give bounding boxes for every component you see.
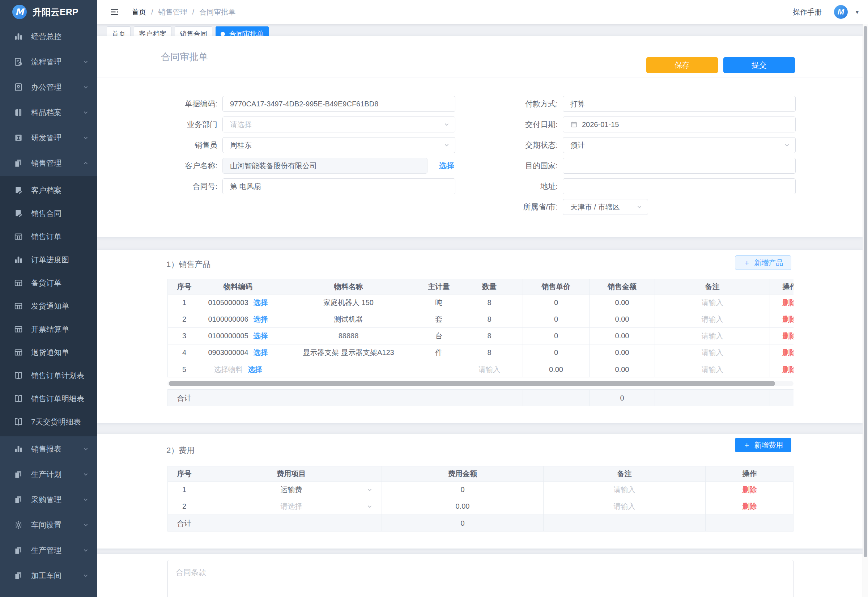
destination-country-field[interactable] — [563, 158, 795, 174]
add-fee-button[interactable]: ＋ 新增费用 — [735, 438, 791, 452]
product-row: 10105000003选择家庭机器人 150吨800.00请输入删除 — [168, 294, 794, 311]
sidebar-item[interactable]: 流程管理 — [0, 49, 97, 74]
sidebar-item[interactable]: 办公管理 — [0, 74, 97, 100]
delete-row-link[interactable]: 删除 — [742, 502, 757, 511]
delete-row-link[interactable]: 删除 — [783, 331, 794, 341]
sidebar-item[interactable]: 订单进度图 — [0, 248, 97, 271]
delete-row-link[interactable]: 删除 — [742, 485, 757, 495]
sidebar-item[interactable]: 发货通知单 — [0, 294, 97, 318]
product-row: 5选择物料选择请输入0.000.00请输入删除 — [168, 361, 794, 377]
products-hscrollbar[interactable] — [167, 381, 794, 386]
remark-cell[interactable]: 请输入 — [655, 361, 770, 377]
delivery-date-field[interactable]: 2026-01-15 — [563, 116, 795, 132]
operation-cell: 删除 — [770, 328, 794, 345]
sidebar-item[interactable]: 备货订单 — [0, 271, 97, 294]
quantity-cell[interactable]: 8 — [456, 311, 523, 328]
delete-row-link[interactable]: 删除 — [783, 315, 794, 324]
app-title: 升阳云ERP — [33, 6, 78, 18]
sidebar-item[interactable]: 研发管理 — [0, 125, 97, 150]
salesperson-select[interactable]: 周桂东 — [222, 137, 455, 153]
sidebar-item[interactable]: 销售订单计划表 — [0, 364, 97, 387]
sidebar-item[interactable]: 经营总控 — [0, 24, 97, 49]
remark-cell[interactable]: 请输入 — [544, 481, 706, 498]
material-code-cell[interactable]: 0100000006选择 — [201, 311, 275, 328]
fee-amount-cell[interactable]: 0.00 — [382, 498, 544, 515]
quantity-cell[interactable]: 请输入 — [456, 361, 523, 377]
add-product-button[interactable]: ＋ 新增产品 — [735, 255, 791, 270]
sidebar-item[interactable]: 采购管理 — [0, 487, 97, 512]
fee-item-select[interactable]: 请选择 — [201, 498, 382, 515]
fee-item-select[interactable]: 运输费 — [201, 481, 382, 498]
sidebar-collapse-icon[interactable] — [109, 6, 120, 17]
row-index: 5 — [168, 361, 201, 377]
contract-terms-panel: 合同条款 — [97, 554, 862, 597]
breadcrumb-home[interactable]: 首页 — [132, 7, 146, 17]
products-hscrollbar-thumb[interactable] — [169, 381, 775, 386]
column-header: 序号 — [168, 279, 201, 294]
save-button[interactable]: 保存 — [646, 57, 718, 73]
choose-customer-link[interactable]: 选择 — [439, 160, 454, 171]
breadcrumb-sales[interactable]: 销售管理 — [158, 7, 187, 17]
contract-no-field[interactable]: 第 电风扇 — [222, 178, 455, 194]
remark-cell[interactable]: 请输入 — [655, 345, 770, 361]
quantity-cell[interactable]: 8 — [456, 328, 523, 345]
material-code-cell[interactable]: 0100000005选择 — [201, 328, 275, 345]
unit-price-cell[interactable]: 0 — [523, 328, 590, 345]
column-header: 销售单价 — [523, 279, 590, 294]
chevron-down-icon[interactable]: ▾ — [856, 9, 859, 16]
unit-price-cell[interactable]: 0 — [523, 345, 590, 361]
sidebar-item[interactable]: 销售订单明细表 — [0, 387, 97, 410]
delete-row-link[interactable]: 删除 — [783, 298, 794, 307]
quantity-cell[interactable]: 8 — [456, 345, 523, 361]
select-material-link[interactable]: 选择 — [253, 315, 268, 324]
address-field[interactable] — [563, 178, 795, 194]
province-city-select[interactable]: 天津市 / 市辖区 — [563, 199, 648, 215]
sidebar-item[interactable]: 销售订单 — [0, 225, 97, 248]
column-header: 序号 — [168, 466, 201, 481]
select-material-link[interactable]: 选择 — [253, 298, 268, 307]
material-code-cell[interactable]: 0105000003选择 — [201, 294, 275, 311]
business-dept-select[interactable]: 请选择 — [222, 116, 455, 132]
delivery-status-select[interactable]: 预计 — [563, 137, 795, 153]
doc-edit-icon — [14, 209, 23, 218]
sidebar-item[interactable]: 生产计划 — [0, 462, 97, 487]
select-material-link[interactable]: 选择 — [253, 348, 268, 358]
sidebar-item[interactable]: 客户档案 — [0, 179, 97, 202]
fee-amount-cell[interactable]: 0 — [382, 481, 544, 498]
submit-button[interactable]: 提交 — [723, 57, 795, 73]
sidebar-item[interactable]: 销售管理 — [0, 150, 97, 176]
breadcrumb: 首页 / 销售管理 / 合同审批单 — [132, 7, 236, 17]
delete-row-link[interactable]: 删除 — [783, 348, 794, 358]
material-code-cell[interactable]: 0903000004选择 — [201, 345, 275, 361]
sidebar-item[interactable]: 生产管理 — [0, 538, 97, 563]
sidebar-item[interactable]: 车间设置 — [0, 512, 97, 538]
page-vscrollbar[interactable] — [862, 24, 868, 597]
remark-cell[interactable]: 请输入 — [544, 498, 706, 515]
select-material-link[interactable]: 选择 — [248, 365, 262, 374]
sidebar-item[interactable]: 退货通知单 — [0, 341, 97, 364]
operation-manual-link[interactable]: 操作手册 — [793, 7, 822, 17]
sidebar-item[interactable]: 7天交货明细表 — [0, 410, 97, 434]
delete-row-link[interactable]: 删除 — [783, 365, 794, 374]
doc-code-field[interactable]: 9770CA17-3497-4DB2-995E-B49E9CF61BD8 — [222, 96, 455, 112]
payment-method-field[interactable]: 打算 — [563, 96, 795, 112]
remark-cell[interactable]: 请输入 — [655, 294, 770, 311]
remark-cell[interactable]: 请输入 — [655, 328, 770, 345]
select-material-link[interactable]: 选择 — [253, 331, 268, 341]
quantity-cell[interactable]: 8 — [456, 294, 523, 311]
unit-price-cell[interactable]: 0 — [523, 311, 590, 328]
column-header: 数量 — [456, 279, 523, 294]
sidebar-item[interactable]: 加工车间 — [0, 563, 97, 588]
material-code-cell[interactable]: 选择物料选择 — [201, 361, 275, 377]
remark-cell[interactable]: 请输入 — [655, 311, 770, 328]
unit-price-cell[interactable]: 0 — [523, 294, 590, 311]
empty-cell — [655, 390, 770, 406]
user-avatar[interactable]: M — [834, 5, 848, 19]
sidebar-item[interactable]: 销售报表 — [0, 437, 97, 462]
sidebar-item[interactable]: 料品档案 — [0, 100, 97, 125]
sidebar-item[interactable]: 开票结算单 — [0, 318, 97, 341]
page-vscrollbar-thumb[interactable] — [864, 26, 867, 557]
unit-price-cell[interactable]: 0.00 — [523, 361, 590, 377]
sidebar-item[interactable]: 销售合同 — [0, 202, 97, 225]
contract-terms-textarea[interactable]: 合同条款 — [167, 560, 794, 597]
